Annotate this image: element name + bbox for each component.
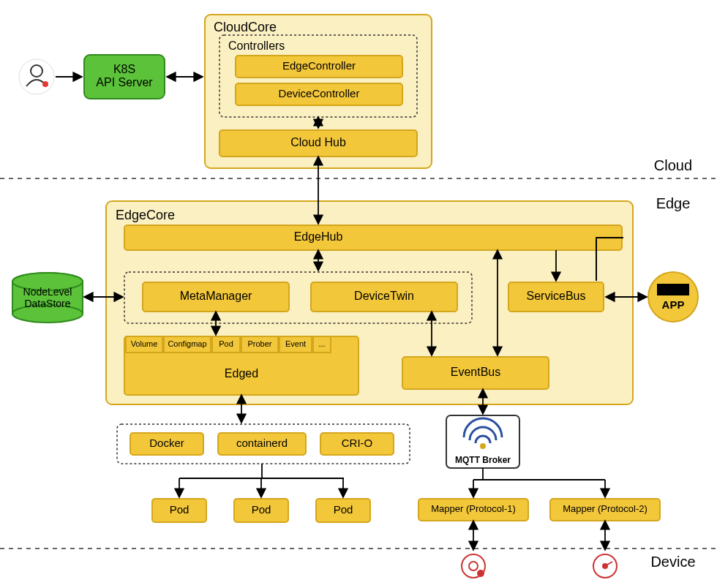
svg-point-43 [480,443,486,449]
servicebus-label: ServiceBus [527,290,586,302]
user-icon [19,59,54,94]
app-circle [648,272,698,322]
cloudhub-label: Cloud Hub [290,136,346,148]
svg-text:Mapper (Protocol-2): Mapper (Protocol-2) [563,503,647,514]
svg-text:NodeLevel: NodeLevel [23,286,72,298]
svg-point-54 [469,562,478,570]
svg-point-55 [477,570,484,577]
svg-text:Pod: Pod [170,503,189,516]
svg-text:DataStore: DataStore [24,298,70,309]
edged-mod-pod: Pod [219,339,233,348]
edged-mod-event: Event [285,339,306,348]
layer-cloud-label: Cloud [654,157,692,173]
edged-mod-configmap: Configmap [168,339,206,348]
edgecontroller-label: EdgeController [282,59,356,72]
k8s-api-server-label: K8S [113,63,135,75]
metamanager-label: MetaManager [180,290,252,302]
docker-label: Docker [149,437,184,449]
edged-label: Edged [225,367,258,380]
edged-mod-volume: Volume [131,339,158,348]
svg-text:API Server: API Server [96,76,153,88]
app-proto: http:// [664,285,682,293]
layer-device-label: Device [650,554,695,570]
edgecore-title: EdgeCore [116,208,175,222]
svg-point-4 [42,81,48,87]
edged-mod-prober: Prober [247,339,271,348]
app-label: APP [662,298,685,311]
cloudcore-title: CloudCore [214,20,277,34]
devicecontroller-label: DeviceController [279,87,360,99]
edgehub-label: EdgeHub [294,230,343,243]
svg-text:Pod: Pod [334,503,353,516]
containerd-label: containerd [236,437,288,449]
edged-mod-more: ... [318,339,325,348]
crio-label: CRI-O [342,437,373,449]
mqtt-label: MQTT Broker [455,455,511,465]
device-2-icon [593,554,617,578]
svg-text:Mapper (Protocol-1): Mapper (Protocol-1) [431,503,516,514]
eventbus-label: EventBus [451,366,500,378]
layer-edge-label: Edge [656,195,691,211]
edgehub-box [124,225,622,250]
devicetwin-label: DeviceTwin [354,290,414,302]
svg-text:Pod: Pod [252,503,271,516]
device-1-icon [462,554,485,578]
controllers-title: Controllers [228,39,285,52]
